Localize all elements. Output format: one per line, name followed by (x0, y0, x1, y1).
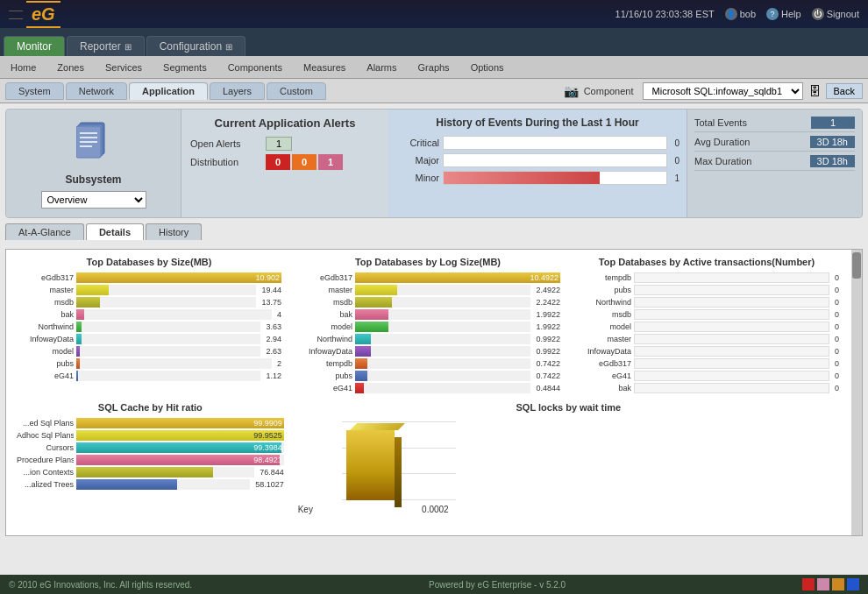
minor-label: Minor (395, 173, 439, 183)
total-events-value: 1 (811, 117, 855, 129)
nav-measures[interactable]: Measures (293, 59, 356, 76)
camera-icon[interactable]: 📷 (564, 84, 579, 98)
bar-value: 0.4844 (536, 384, 560, 392)
bar-row: pubs 0.7422 (295, 371, 560, 381)
sub-tabs: System Network Application Layers Custom… (0, 79, 868, 103)
subsystem-icon (72, 118, 116, 166)
bar-label: bak (295, 310, 352, 319)
events-panel: Total Events 1 Avg Duration 3D 18h Max D… (687, 110, 862, 217)
sql-locks-bar-area: Key 0.0002 (298, 421, 456, 518)
signout-icon: ⏻ (812, 8, 824, 20)
scrollbar-thumb[interactable] (852, 252, 861, 279)
nav-options[interactable]: Options (460, 59, 515, 76)
nav-services[interactable]: Services (95, 59, 153, 76)
alerts-title: Current Application Alerts (190, 117, 380, 130)
bar-value: 19.44 (261, 286, 281, 294)
minor-bar-fill (444, 172, 600, 184)
nav-zones[interactable]: Zones (46, 59, 95, 76)
bar-fill (76, 322, 82, 332)
avg-duration-value: 3D 18h (810, 136, 855, 148)
bar-row: model 0 (574, 322, 839, 332)
bar-label: Cursors (17, 443, 74, 452)
monitor-tab[interactable]: Monitor (4, 36, 65, 56)
username: bob (740, 9, 756, 19)
bar-row: tempdb 0.7422 (295, 358, 560, 369)
tab-layers[interactable]: Layers (210, 82, 265, 100)
history-title: History of Events During the Last 1 Hour (395, 117, 679, 129)
nav-home[interactable]: Home (0, 59, 46, 76)
bar-container (76, 479, 250, 490)
bar-fill (76, 334, 82, 344)
subsystem-dropdown[interactable]: Overview (41, 191, 146, 209)
tab-network[interactable]: Network (66, 82, 127, 100)
footer-powered-by: Powered by eG Enterprise - v 5.2.0 (429, 580, 566, 590)
bar-container (634, 272, 829, 283)
bar-row: ...alized Trees 58.1027 (17, 479, 284, 490)
bar-value: 2.94 (266, 335, 281, 343)
tab-system[interactable]: System (5, 82, 64, 100)
bar-label: Adhoc Sql Plans (17, 431, 74, 440)
distribution-boxes: 0 0 1 (266, 154, 343, 170)
user-section[interactable]: 👤 bob (725, 8, 756, 20)
nav-alarms[interactable]: Alarms (356, 59, 407, 76)
bar-label: pubs (17, 359, 74, 368)
tab-custom[interactable]: Custom (267, 82, 326, 100)
bar-value: 0.9922 (536, 347, 560, 356)
bar-label: Northwind (17, 322, 74, 331)
major-value: 0 (674, 156, 679, 166)
bar-row: msdb 0 (574, 309, 839, 320)
major-bar (443, 153, 667, 167)
bar-label: eGdb317 (17, 273, 74, 282)
bar-label: InfowayData (574, 347, 631, 356)
nav-components[interactable]: Components (217, 59, 293, 76)
bar-container (76, 346, 260, 357)
monitor-label: Monitor (17, 40, 52, 53)
bar-side-face (395, 437, 402, 507)
history-events-section: History of Events During the Last 1 Hour… (388, 110, 687, 217)
bar-label: InfowayData (295, 347, 352, 356)
bar-container (76, 467, 254, 477)
configuration-label: Configuration (160, 40, 222, 53)
db-size-chart: Top Databases by Size(MB) eGdb317 10.902… (13, 257, 285, 395)
bar-container (76, 297, 256, 308)
reporter-tab[interactable]: Reporter ⊞ (67, 36, 145, 56)
component-dropdown[interactable]: Microsoft SQL:infoway_sqldb1 (643, 82, 803, 100)
open-alerts-row: Open Alerts 1 (190, 137, 380, 151)
help-label: Help (781, 9, 801, 19)
open-alerts-count: 1 (266, 137, 292, 151)
bar-row: Adhoc Sql Plans 99.9525 (17, 430, 284, 441)
bar-value: 4 (277, 310, 281, 319)
tab-details[interactable]: Details (86, 223, 144, 240)
bar-label: eG41 (17, 371, 74, 380)
bar-top-face (350, 423, 405, 430)
critical-bar (443, 136, 667, 150)
bar-container (634, 371, 829, 381)
tab-at-a-glance[interactable]: At-A-Glance (5, 223, 84, 240)
bar-container (355, 309, 530, 320)
help-section[interactable]: ? Help (766, 8, 801, 20)
bar-row: eGdb317 0 (574, 358, 839, 369)
dist-major: 0 (292, 154, 317, 170)
bar-container (76, 309, 272, 320)
signout-section[interactable]: ⏻ Signout (812, 8, 859, 20)
configuration-tab[interactable]: Configuration ⊞ (146, 36, 245, 56)
key-label: Key (298, 505, 313, 514)
bar-container (634, 285, 829, 295)
nav-segments[interactable]: Segments (153, 59, 217, 76)
max-duration-row: Max Duration 3D 18h (694, 155, 855, 171)
minor-value: 1 (674, 173, 679, 183)
nav-graphs[interactable]: Graphs (408, 59, 460, 76)
bar-row: InfowayData 0.9922 (295, 346, 560, 357)
tab-history[interactable]: History (146, 223, 202, 240)
tab-application[interactable]: Application (129, 82, 208, 100)
bar-label: tempdb (574, 273, 631, 282)
bar-label: eG41 (295, 384, 352, 392)
scrollbar-track[interactable] (851, 250, 862, 535)
secondary-nav: Home Zones Services Segments Components … (0, 56, 868, 79)
back-button[interactable]: Back (826, 83, 863, 99)
main-nav: Monitor Reporter ⊞ Configuration ⊞ (0, 28, 868, 56)
bar-row: Cursors 99.3984 (17, 442, 284, 453)
bar-container: 98.4921 (76, 455, 284, 465)
bar-label: model (17, 347, 74, 356)
bar-container (355, 322, 530, 332)
